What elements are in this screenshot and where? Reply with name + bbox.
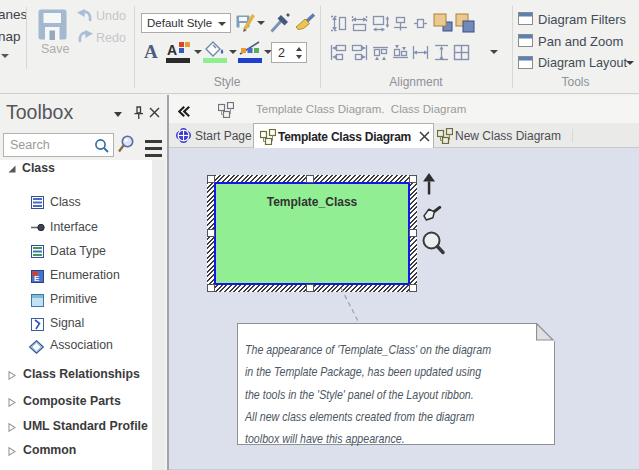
svg-text:E: E <box>34 274 40 283</box>
